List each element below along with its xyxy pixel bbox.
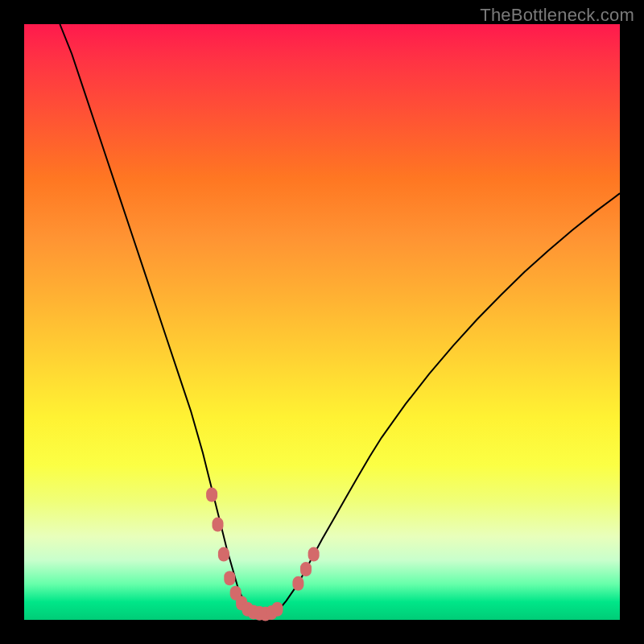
- curve-marker: [272, 602, 283, 617]
- curve-marker: [224, 571, 235, 585]
- curve-markers: [206, 488, 320, 621]
- curve-marker: [300, 562, 312, 576]
- watermark-text: TheBottleneck.com: [480, 5, 634, 26]
- bottleneck-curve: [60, 24, 620, 614]
- curve-marker: [308, 547, 320, 562]
- chart-svg: [24, 24, 620, 620]
- curve-marker: [213, 518, 224, 532]
- curve-marker: [206, 488, 217, 502]
- curve-marker: [292, 576, 303, 591]
- chart-frame: TheBottleneck.com: [0, 0, 644, 644]
- plot-area: [24, 24, 620, 620]
- curve-marker: [218, 547, 229, 562]
